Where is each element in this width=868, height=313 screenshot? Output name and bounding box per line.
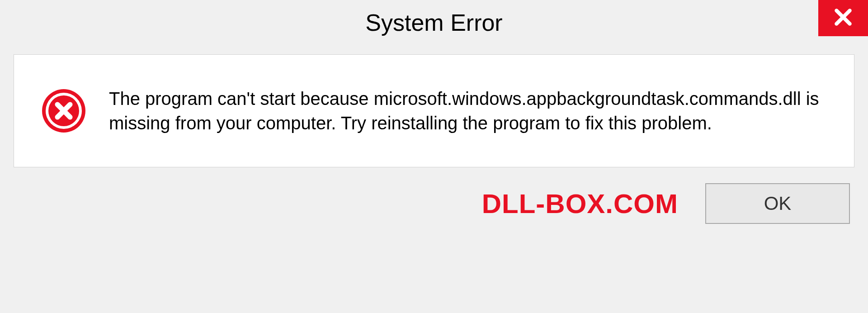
- close-icon: [833, 7, 853, 29]
- ok-button-label: OK: [764, 193, 792, 214]
- dialog-footer: DLL-BOX.COM OK: [0, 167, 868, 224]
- dialog-title: System Error: [365, 9, 502, 36]
- error-message: The program can't start because microsof…: [109, 86, 827, 135]
- content-panel: The program can't start because microsof…: [14, 54, 854, 167]
- titlebar: System Error: [0, 0, 868, 45]
- close-button[interactable]: [818, 0, 868, 36]
- ok-button[interactable]: OK: [705, 183, 850, 224]
- error-dialog: System Error The program can't start bec…: [0, 0, 868, 313]
- watermark-text: DLL-BOX.COM: [482, 188, 678, 219]
- error-icon: [41, 88, 86, 133]
